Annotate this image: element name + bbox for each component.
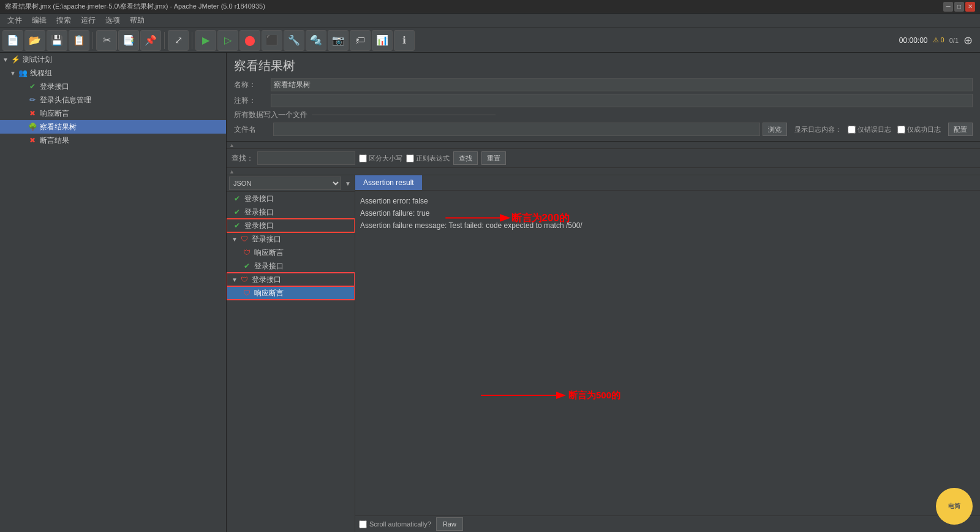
- menu-file[interactable]: 文件: [2, 14, 27, 27]
- scroll-auto-label: Scroll automatically?: [369, 520, 431, 528]
- tree-item-thread[interactable]: ▼ 👥 线程组: [0, 66, 226, 80]
- arrow-tp7: ▼: [232, 276, 239, 283]
- stop2-button[interactable]: ⬛: [262, 30, 282, 51]
- file-section-label: 所有数据写入一个文件: [234, 110, 973, 120]
- tree-item-header[interactable]: ✏ 登录头信息管理: [0, 93, 226, 107]
- raw-button[interactable]: Raw: [436, 517, 463, 531]
- new-button[interactable]: 📄: [2, 30, 23, 51]
- label-tp4: 登录接口: [252, 234, 281, 245]
- icon-tp8: 🛡: [241, 287, 252, 298]
- info-button[interactable]: ℹ: [394, 30, 415, 51]
- search-input[interactable]: [257, 151, 355, 165]
- search-button[interactable]: 查找: [453, 151, 478, 165]
- tree-pane-item-1[interactable]: ✔ 登录接口: [227, 192, 355, 205]
- case-sensitive-check[interactable]: 区分大小写: [359, 154, 402, 163]
- stop-button[interactable]: ⬤: [239, 30, 260, 51]
- config-button[interactable]: 配置: [948, 123, 973, 136]
- tree-pane-item-8[interactable]: 🛡 响应断言: [227, 286, 355, 300]
- capture-button[interactable]: 🏷: [350, 30, 371, 51]
- label-tp3: 登录接口: [244, 221, 274, 231]
- reset-button[interactable]: 重置: [481, 151, 506, 165]
- tree-pane-item-3[interactable]: ✔ 登录接口: [227, 219, 355, 232]
- tree-pane-item-7-container[interactable]: ▼ 🛡 登录接口: [227, 273, 355, 286]
- label-assert2: 断言结果: [40, 135, 69, 146]
- titlebar: 察看结果树.jmx (E:\apache-jmeter-5.0\察看结果树.jm…: [0, 0, 980, 13]
- regex-check[interactable]: 正则表达式: [406, 154, 450, 163]
- bottom-bar: Scroll automatically? Raw: [355, 515, 980, 532]
- warning-count: ⚠ 0: [933, 36, 944, 44]
- remote-button[interactable]: 🔧: [284, 30, 304, 51]
- cut-button[interactable]: ✂: [96, 30, 117, 51]
- copy-button[interactable]: 📑: [118, 30, 139, 51]
- tree-item-assert2[interactable]: ✖ 断言结果: [0, 134, 226, 147]
- scroll-auto-checkbox[interactable]: [359, 520, 367, 528]
- comment-input[interactable]: [271, 94, 973, 107]
- success-only-check[interactable]: 仅成功日志: [897, 125, 941, 134]
- arrow-plan: ▼: [2, 56, 10, 63]
- start-button[interactable]: ▶: [195, 30, 216, 51]
- errors-only-checkbox[interactable]: [848, 126, 856, 134]
- log-content-label: 显示日志内容：: [794, 125, 842, 134]
- menu-help[interactable]: 帮助: [125, 14, 149, 27]
- collapse-bar-2[interactable]: ▲: [227, 168, 980, 175]
- save-button[interactable]: 💾: [47, 30, 67, 51]
- toolbar-right: 00:00:00 ⚠ 0 0/1 ⊕: [899, 34, 978, 47]
- tree-item-login1[interactable]: ✔ 登录接口: [0, 80, 226, 93]
- tree-item-plan[interactable]: ▼ ⚡ 测试计划: [0, 53, 226, 66]
- menubar: 文件 编辑 搜索 运行 选项 帮助: [0, 13, 980, 28]
- table-button[interactable]: 📊: [372, 30, 393, 51]
- case-sensitive-checkbox[interactable]: [359, 154, 367, 162]
- open-button[interactable]: 📂: [24, 30, 45, 51]
- icon-thread: 👥: [17, 67, 28, 78]
- tree-pane-item-4[interactable]: ▼ 🛡 登录接口: [227, 232, 355, 246]
- result-content: Assertion error: false Assertion failure…: [355, 191, 980, 515]
- name-row: 名称：: [234, 78, 973, 91]
- browse-button[interactable]: 浏览: [763, 123, 787, 136]
- label-assert: 响应断言: [40, 108, 69, 119]
- toolbar-separator-2: [164, 32, 165, 49]
- assertion-result-tab[interactable]: Assertion result: [355, 175, 422, 190]
- icon-tp7: 🛡: [239, 274, 250, 285]
- minimize-button[interactable]: ─: [943, 2, 953, 12]
- name-input[interactable]: [271, 78, 973, 91]
- tree-item-tree[interactable]: 🌳 察看结果树: [0, 120, 226, 134]
- title-text: 察看结果树.jmx (E:\apache-jmeter-5.0\察看结果树.jm…: [5, 2, 265, 11]
- collapse-bar-1[interactable]: ▲: [227, 142, 980, 149]
- tree-pane-item-5[interactable]: 🛡 响应断言: [227, 246, 355, 259]
- toolbar: 📄 📂 💾 📋 ✂ 📑 📌 ⤢ ▶ ▷ ⬤ ⬛ 🔧 🔩 📷 🏷 📊 ℹ 00:0…: [0, 28, 980, 53]
- format-dropdown[interactable]: JSON Text HTML XML: [229, 177, 341, 190]
- page-indicator: 0/1: [949, 37, 959, 44]
- search-label: 查找：: [232, 153, 254, 164]
- collapse-icon-1: ▲: [227, 142, 235, 148]
- save-as-button[interactable]: 📋: [69, 30, 89, 51]
- menu-search[interactable]: 搜索: [51, 14, 76, 27]
- close-button[interactable]: ✕: [965, 2, 975, 12]
- expand-button[interactable]: ⤢: [168, 30, 189, 51]
- label-thread: 线程组: [30, 68, 52, 78]
- scroll-auto-check[interactable]: Scroll automatically?: [359, 520, 431, 528]
- icon-header: ✏: [27, 94, 38, 105]
- tree-pane-item-2[interactable]: ✔ 登录接口: [227, 205, 355, 219]
- name-label: 名称：: [234, 80, 271, 90]
- result-line-3: Assertion failure message: Test failed: …: [360, 220, 975, 231]
- paste-button[interactable]: 📌: [140, 30, 161, 51]
- menu-edit[interactable]: 编辑: [27, 14, 51, 27]
- maximize-button[interactable]: □: [954, 2, 964, 12]
- start2-button[interactable]: ▷: [217, 30, 238, 51]
- collapse-v-icon[interactable]: ▼: [344, 179, 352, 188]
- regex-checkbox[interactable]: [406, 154, 414, 162]
- tree-pane: JSON Text HTML XML ▼ ✔ 登录接口 ✔ 登录接口: [227, 175, 355, 532]
- label-tree: 察看结果树: [40, 122, 77, 132]
- remote-icon[interactable]: ⊕: [963, 34, 973, 47]
- errors-only-check[interactable]: 仅错误日志: [848, 125, 891, 134]
- screenshot-button[interactable]: 📷: [328, 30, 349, 51]
- filename-input[interactable]: [273, 123, 760, 136]
- menu-run[interactable]: 运行: [76, 14, 100, 27]
- success-only-checkbox[interactable]: [897, 126, 905, 134]
- filename-label: 文件名: [234, 124, 271, 135]
- label-login1: 登录接口: [40, 82, 69, 92]
- remote2-button[interactable]: 🔩: [306, 30, 326, 51]
- tree-item-assert[interactable]: ✖ 响应断言: [0, 107, 226, 120]
- tree-pane-item-6[interactable]: ✔ 登录接口: [227, 259, 355, 273]
- menu-options[interactable]: 选项: [100, 14, 125, 27]
